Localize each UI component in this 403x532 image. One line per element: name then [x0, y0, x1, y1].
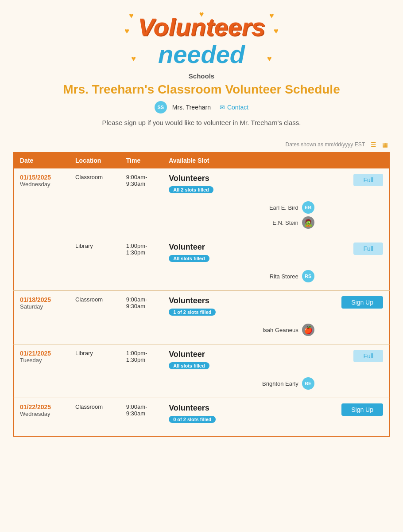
- col-slot: Available Slot: [163, 153, 389, 169]
- location-cell: Classroom: [69, 168, 120, 237]
- time-cell: 9:00am-9:30am: [120, 291, 163, 344]
- volunteer-item: Brighton Early BE: [169, 377, 314, 390]
- time-cell: 1:00pm-1:30pm: [120, 344, 163, 398]
- schedule-table: Date Location Time Available Slot 01/15/…: [13, 152, 390, 437]
- heart-icon: ♥: [269, 11, 274, 20]
- volunteer-name: E.N. Stein: [272, 219, 298, 226]
- avatar: RS: [302, 270, 314, 282]
- action-cell: Full: [321, 168, 390, 237]
- action-cell: Full: [321, 344, 390, 398]
- col-date: Date: [14, 153, 70, 169]
- date-main: 01/18/2025: [20, 296, 63, 303]
- slot-title: Volunteers: [169, 296, 314, 305]
- slot-badge: 0 of 2 slots filled: [169, 416, 216, 423]
- date-cell: 01/22/2025Wednesday: [14, 398, 70, 437]
- avatar: EB: [302, 201, 314, 214]
- heart-icon: ♥: [129, 11, 134, 20]
- volunteers-list: Brighton Early BE: [169, 377, 314, 390]
- col-location: Location: [69, 153, 120, 169]
- heart-icon: ♥: [124, 27, 129, 36]
- slot-title: Volunteer: [169, 350, 314, 359]
- volunteers-list: Isah Geaneus 🍎: [169, 324, 314, 336]
- category-label: Schools: [9, 72, 394, 80]
- heart-icon: ♥: [131, 54, 136, 63]
- table-row: 01/22/2025WednesdayClassroom9:00am-9:30a…: [14, 398, 390, 437]
- table-header-row: Date Location Time Available Slot: [14, 153, 390, 169]
- volunteer-name: Rita Storee: [270, 273, 298, 280]
- table-meta: Dates shown as mm/dd/yyyy EST ☰ ▦: [13, 140, 390, 149]
- date-cell: [14, 237, 70, 291]
- page-header: ♥ ♥ ♥ ♥ ♥ ♥ ♥ Volunteers needed Schools …: [0, 0, 403, 140]
- view-icons: ☰ ▦: [368, 140, 390, 149]
- location-cell: Classroom: [69, 291, 120, 344]
- date-cell: 01/21/2025Tuesday: [14, 344, 70, 398]
- organizer-row: SS Mrs. Treeharn ✉ Contact: [9, 101, 394, 113]
- date-main: 01/15/2025: [20, 174, 63, 181]
- date-main: 01/22/2025: [20, 403, 63, 411]
- date-day: Wednesday: [20, 181, 63, 188]
- slot-badge: All slots filled: [169, 255, 209, 262]
- volunteer-name: Brighton Early: [262, 380, 298, 387]
- date-day: Wednesday: [20, 411, 63, 417]
- description-text: Please sign up if you would like to volu…: [9, 119, 394, 126]
- heart-icon: ♥: [267, 54, 272, 63]
- full-button: Full: [353, 174, 383, 186]
- action-cell: Full: [321, 237, 390, 291]
- volunteer-item: Rita Storee RS: [169, 270, 314, 282]
- table-row: 01/21/2025TuesdayLibrary1:00pm-1:30pm Vo…: [14, 344, 390, 398]
- time-cell: 9:00am-9:30am: [120, 168, 163, 237]
- heart-icon: ♥: [274, 27, 279, 36]
- slot-cell: Volunteers 1 of 2 slots filled Isah Gean…: [163, 291, 321, 344]
- date-cell: 01/18/2025Saturday: [14, 291, 70, 344]
- volunteers-list: Earl E. Bird EB E.N. Stein 🧟: [169, 201, 314, 229]
- table-area: Dates shown as mm/dd/yyyy EST ☰ ▦ Date L…: [0, 140, 403, 450]
- table-row: 01/18/2025SaturdayClassroom9:00am-9:30am…: [14, 291, 390, 344]
- col-time: Time: [120, 153, 163, 169]
- volunteer-item: Isah Geaneus 🍎: [169, 324, 314, 336]
- logo: ♥ ♥ ♥ ♥ ♥ ♥ ♥ Volunteers needed: [138, 13, 265, 68]
- action-cell: Sign Up: [321, 398, 390, 437]
- slot-title: Volunteers: [169, 174, 314, 183]
- volunteer-name: Earl E. Bird: [269, 204, 298, 211]
- email-icon: ✉: [220, 104, 225, 111]
- slot-badge: 1 of 2 slots filled: [169, 309, 216, 316]
- avatar: SS: [155, 101, 167, 113]
- date-cell: 01/15/2025Wednesday: [14, 168, 70, 237]
- slot-title: Volunteer: [169, 243, 314, 252]
- slot-badge: All 2 slots filled: [169, 186, 213, 193]
- slot-cell: Volunteers All 2 slots filled Earl E. Bi…: [163, 168, 321, 237]
- volunteer-item: Earl E. Bird EB: [169, 201, 314, 214]
- location-cell: Classroom: [69, 398, 120, 437]
- logo-needed: needed: [138, 41, 265, 68]
- avatar: 🍎: [302, 324, 314, 336]
- calendar-view-icon[interactable]: ▦: [380, 140, 390, 149]
- slot-badge: All slots filled: [169, 362, 209, 369]
- volunteers-list: Rita Storee RS: [169, 270, 314, 282]
- contact-label: Contact: [227, 104, 248, 111]
- contact-link[interactable]: ✉ Contact: [220, 104, 248, 111]
- slot-cell: Volunteer All slots filled Brighton Earl…: [163, 344, 321, 398]
- date-format-label: Dates shown as mm/dd/yyyy EST: [286, 141, 365, 148]
- list-view-icon[interactable]: ☰: [368, 140, 378, 149]
- full-button: Full: [353, 243, 383, 255]
- table-row: Library1:00pm-1:30pm Volunteer All slots…: [14, 237, 390, 291]
- date-day: Tuesday: [20, 357, 63, 364]
- logo-text: Volunteers needed: [138, 13, 265, 68]
- heart-icon: ♥: [199, 10, 204, 19]
- time-cell: 9:00am-9:30am: [120, 398, 163, 437]
- slot-cell: Volunteer All slots filled Rita Storee R…: [163, 237, 321, 291]
- date-day: Saturday: [20, 303, 63, 310]
- slot-title: Volunteers: [169, 403, 314, 413]
- page-title: Mrs. Treeharn's Classroom Volunteer Sche…: [9, 82, 394, 97]
- location-cell: Library: [69, 237, 120, 291]
- table-row: 01/15/2025WednesdayClassroom9:00am-9:30a…: [14, 168, 390, 237]
- signup-button[interactable]: Sign Up: [341, 296, 383, 309]
- date-main: 01/21/2025: [20, 350, 63, 357]
- time-cell: 1:00pm-1:30pm: [120, 237, 163, 291]
- location-cell: Library: [69, 344, 120, 398]
- volunteer-name: Isah Geaneus: [263, 327, 298, 333]
- organizer-name: Mrs. Treeharn: [172, 104, 211, 111]
- signup-button[interactable]: Sign Up: [341, 403, 383, 416]
- slot-cell: Volunteers 0 of 2 slots filled: [163, 398, 321, 437]
- action-cell: Sign Up: [321, 291, 390, 344]
